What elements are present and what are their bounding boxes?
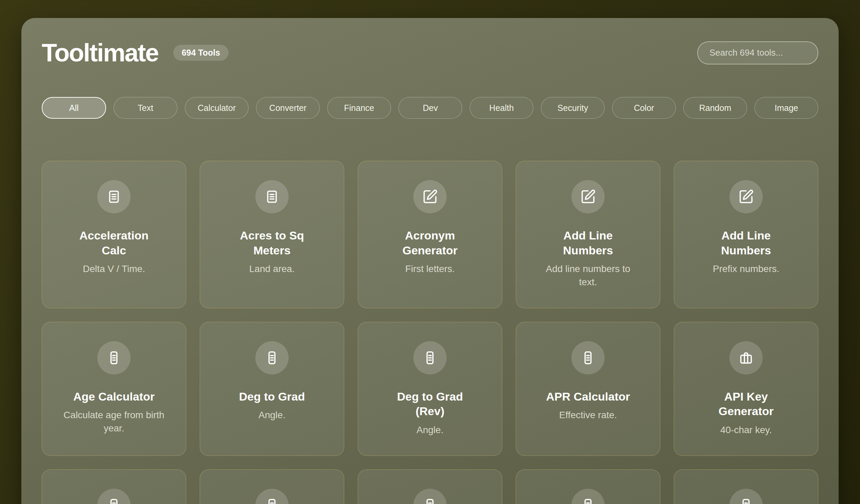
- tool-card[interactable]: [42, 470, 186, 504]
- tab-converter[interactable]: Converter: [256, 97, 320, 119]
- tool-grid: Acceleration Calc Delta V / Time. Acres …: [42, 161, 818, 504]
- tab-label: Color: [634, 103, 654, 113]
- tab-label: All: [69, 103, 79, 113]
- tool-card[interactable]: [674, 470, 818, 504]
- tool-card[interactable]: Add Line Numbers Prefix numbers.: [674, 161, 818, 308]
- tab-label: Random: [699, 103, 731, 113]
- tool-card[interactable]: Age Calculator Calculate age from birth …: [42, 322, 186, 456]
- tool-card-title: APR Calculator: [546, 389, 630, 404]
- slim-doc-icon: [264, 498, 280, 504]
- tab-label: Health: [489, 103, 514, 113]
- tab-health[interactable]: Health: [470, 97, 533, 119]
- tool-card[interactable]: [200, 470, 344, 504]
- main-panel: Tooltimate 694 Tools AllTextCalculatorCo…: [22, 18, 838, 504]
- tool-icon-circle: [571, 341, 605, 374]
- tool-card-subtitle: Prefix numbers.: [713, 262, 779, 276]
- tool-card-subtitle: Angle.: [258, 409, 285, 422]
- tab-label: Finance: [344, 103, 374, 113]
- slim-doc-icon: [106, 350, 122, 365]
- tool-card-title: API Key Generator: [698, 389, 794, 419]
- tab-text[interactable]: Text: [114, 97, 177, 119]
- tab-label: Calculator: [198, 103, 236, 113]
- briefcase-icon: [738, 350, 754, 365]
- page-background: Tooltimate 694 Tools AllTextCalculatorCo…: [0, 0, 860, 504]
- slim-doc-icon: [264, 350, 280, 365]
- tool-icon-circle: [571, 180, 605, 213]
- tab-label: Security: [558, 103, 588, 113]
- square-pen-icon: [738, 189, 754, 204]
- tool-card-subtitle: First letters.: [405, 262, 455, 276]
- tab-dev[interactable]: Dev: [399, 97, 462, 119]
- tool-icon-circle: [571, 489, 605, 504]
- slim-doc-icon: [106, 498, 122, 504]
- tool-card-subtitle: Calculate age from birth year.: [63, 409, 165, 435]
- tool-icon-circle: [729, 180, 763, 213]
- tool-card-subtitle: 40-char key.: [720, 423, 772, 437]
- slim-doc-icon: [422, 350, 438, 365]
- journal-icon: [106, 189, 122, 204]
- tool-card[interactable]: Acceleration Calc Delta V / Time.: [42, 161, 186, 308]
- slim-doc-icon: [738, 498, 754, 504]
- tool-icon-circle: [729, 341, 763, 374]
- tab-all[interactable]: All: [42, 97, 106, 119]
- tool-card[interactable]: [358, 470, 502, 504]
- tool-icon-circle: [413, 489, 447, 504]
- tool-card[interactable]: Deg to Grad (Rev) Angle.: [358, 322, 502, 456]
- tool-card[interactable]: Add Line Numbers Add line numbers to tex…: [516, 161, 660, 308]
- tool-card-title: Deg to Grad: [239, 389, 305, 404]
- tool-card-title: Add Line Numbers: [540, 228, 636, 258]
- square-pen-icon: [422, 189, 438, 204]
- tab-finance[interactable]: Finance: [327, 97, 391, 119]
- tool-card-title: Acronym Generator: [382, 228, 478, 258]
- tool-icon-circle: [255, 489, 289, 504]
- tool-card[interactable]: Acres to Sq Meters Land area.: [200, 161, 344, 308]
- journal-icon: [264, 189, 280, 204]
- tab-image[interactable]: Image: [755, 97, 818, 119]
- tool-card-subtitle: Add line numbers to text.: [537, 262, 639, 289]
- tab-label: Converter: [269, 103, 306, 113]
- slim-doc-icon: [580, 350, 596, 365]
- header: Tooltimate 694 Tools: [42, 39, 818, 67]
- tool-icon-circle: [97, 180, 131, 213]
- tool-card[interactable]: Acronym Generator First letters.: [358, 161, 502, 308]
- tool-card-subtitle: Angle.: [416, 423, 443, 437]
- tool-card-title: Age Calculator: [73, 389, 155, 404]
- tool-card-title: Add Line Numbers: [698, 228, 794, 258]
- tool-icon-circle: [255, 180, 289, 213]
- slim-doc-icon: [580, 498, 596, 504]
- app-title: Tooltimate: [42, 39, 158, 67]
- tool-card-title: Acceleration Calc: [66, 228, 162, 258]
- tool-icon-circle: [97, 489, 131, 504]
- tool-card-title: Deg to Grad (Rev): [382, 389, 478, 419]
- tool-card-subtitle: Land area.: [249, 262, 295, 276]
- tool-card[interactable]: APR Calculator Effective rate.: [516, 322, 660, 456]
- tab-label: Text: [138, 103, 153, 113]
- tool-count-badge: 694 Tools: [173, 45, 229, 61]
- tool-card[interactable]: Deg to Grad Angle.: [200, 322, 344, 456]
- tab-label: Image: [775, 103, 798, 113]
- tool-icon-circle: [413, 341, 447, 374]
- tool-icon-circle: [729, 489, 763, 504]
- tool-card-subtitle: Delta V / Time.: [83, 262, 145, 276]
- search-input[interactable]: [697, 41, 818, 64]
- tab-label: Dev: [423, 103, 438, 113]
- square-pen-icon: [580, 189, 596, 204]
- tab-security[interactable]: Security: [541, 97, 605, 119]
- tool-card-title: Acres to Sq Meters: [224, 228, 320, 258]
- slim-doc-icon: [422, 498, 438, 504]
- tool-icon-circle: [413, 180, 447, 213]
- tool-icon-circle: [255, 341, 289, 374]
- category-tabs: AllTextCalculatorConverterFinanceDevHeal…: [42, 97, 818, 119]
- tab-random[interactable]: Random: [683, 97, 747, 119]
- tab-color[interactable]: Color: [612, 97, 676, 119]
- tool-card-subtitle: Effective rate.: [559, 409, 617, 422]
- tool-card[interactable]: API Key Generator 40-char key.: [674, 322, 818, 456]
- tool-icon-circle: [97, 341, 131, 374]
- tool-card[interactable]: [516, 470, 660, 504]
- tab-calculator[interactable]: Calculator: [185, 97, 248, 119]
